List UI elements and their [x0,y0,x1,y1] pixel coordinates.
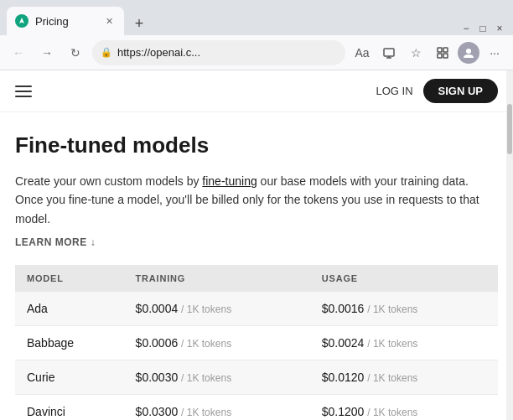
header-actions: LOG IN SIGN UP [376,79,498,103]
main-content: Fine-tuned models Create your own custom… [0,112,513,420]
svg-rect-3 [438,48,442,52]
collections-button[interactable] [431,41,454,65]
cell-training: $0.0006 / 1K tokens [126,326,312,360]
training-unit: / 1K tokens [181,303,231,315]
minimize-button[interactable]: − [459,22,473,35]
learn-more-link[interactable]: LEARN MORE ↓ [15,236,498,248]
page-title: Fine-tuned models [15,132,498,158]
svg-rect-6 [443,54,448,58]
fine-tuning-link[interactable]: fine-tuning [202,174,256,188]
scrollbar-thumb [507,104,512,154]
new-tab-button[interactable]: + [127,12,151,35]
window-controls: − □ × [459,22,513,35]
training-unit: / 1K tokens [181,338,231,350]
toolbar-right: Aa ☆ ··· [350,41,506,65]
hamburger-line-2 [15,91,32,92]
toolbar: ← → ↻ 🔒 https://openai.c... Aa ☆ ··· [0,35,513,70]
log-in-button[interactable]: LOG IN [376,85,412,97]
cell-training: $0.0004 / 1K tokens [126,292,312,326]
table-row: Curie$0.0030 / 1K tokens$0.0120 / 1K tok… [15,360,498,395]
back-button[interactable]: ← [7,41,30,65]
down-arrow-icon: ↓ [91,236,96,248]
training-price: $0.0006 [136,336,179,350]
learn-more-label: LEARN MORE [15,236,87,248]
hamburger-line-1 [15,86,32,87]
active-tab[interactable]: Pricing ✕ [7,7,124,35]
screen-share-button[interactable] [377,41,401,65]
training-price: $0.0300 [136,405,179,418]
usage-unit: / 1K tokens [367,338,417,350]
cell-usage: $0.0024 / 1K tokens [312,326,498,360]
url-text: https://openai.c... [117,46,337,59]
lock-icon: 🔒 [101,47,112,58]
column-training: TRAINING [126,265,312,292]
table-row: Babbage$0.0006 / 1K tokens$0.0024 / 1K t… [15,326,498,360]
profile-button[interactable] [458,42,479,64]
training-unit: / 1K tokens [181,372,231,384]
browser-window: Pricing ✕ + − □ × ← → ↻ 🔒 https://openai… [0,0,513,420]
cell-usage: $0.1200 / 1K tokens [312,395,498,420]
usage-price: $0.0120 [322,371,365,384]
svg-rect-4 [443,48,448,52]
hamburger-line-3 [15,96,32,97]
tab-close-button[interactable]: ✕ [102,14,116,28]
training-unit: / 1K tokens [181,407,231,418]
table-row: Davinci$0.0300 / 1K tokens$0.1200 / 1K t… [15,395,498,420]
training-price: $0.0004 [136,302,179,315]
cell-training: $0.0030 / 1K tokens [126,360,312,395]
usage-unit: / 1K tokens [367,407,417,418]
training-price: $0.0030 [136,371,179,384]
reload-button[interactable]: ↻ [64,41,87,65]
usage-price: $0.1200 [322,405,365,418]
more-options-button[interactable]: ··· [483,41,506,65]
cell-model: Ada [15,292,126,326]
description-text: Create your own custom models by fine-tu… [15,172,484,228]
forward-button[interactable]: → [35,41,59,65]
table-row: Ada$0.0004 / 1K tokens$0.0016 / 1K token… [15,292,498,326]
usage-unit: / 1K tokens [367,303,417,315]
hamburger-menu[interactable] [15,86,32,97]
usage-price: $0.0024 [322,336,365,350]
maximize-button[interactable]: □ [476,22,490,35]
cell-usage: $0.0016 / 1K tokens [312,292,498,326]
tab-bar: Pricing ✕ + − □ × [0,0,513,35]
cell-training: $0.0300 / 1K tokens [126,395,312,420]
tab-title: Pricing [35,15,96,28]
reader-mode-button[interactable]: Aa [350,41,374,65]
favorites-button[interactable]: ☆ [404,41,428,65]
pricing-table: MODEL TRAINING USAGE Ada$0.0004 / 1K tok… [15,265,498,420]
usage-price: $0.0016 [322,302,365,315]
address-bar[interactable]: 🔒 https://openai.c... [92,40,345,65]
cell-model: Babbage [15,326,126,360]
svg-rect-0 [384,49,394,56]
usage-unit: / 1K tokens [367,372,417,384]
column-usage: USAGE [312,265,498,292]
cell-model: Curie [15,360,126,395]
cell-usage: $0.0120 / 1K tokens [312,360,498,395]
cell-model: Davinci [15,395,126,420]
sign-up-button[interactable]: SIGN UP [423,79,498,103]
scrollbar[interactable] [506,70,513,420]
close-button[interactable]: × [493,22,506,35]
table-header-row: MODEL TRAINING USAGE [15,265,498,292]
svg-point-7 [466,49,471,54]
tab-favicon [15,14,28,28]
column-model: MODEL [15,265,126,292]
page-content: LOG IN SIGN UP Fine-tuned models Create … [0,70,513,420]
site-header: LOG IN SIGN UP [0,70,513,112]
svg-rect-5 [438,54,442,58]
